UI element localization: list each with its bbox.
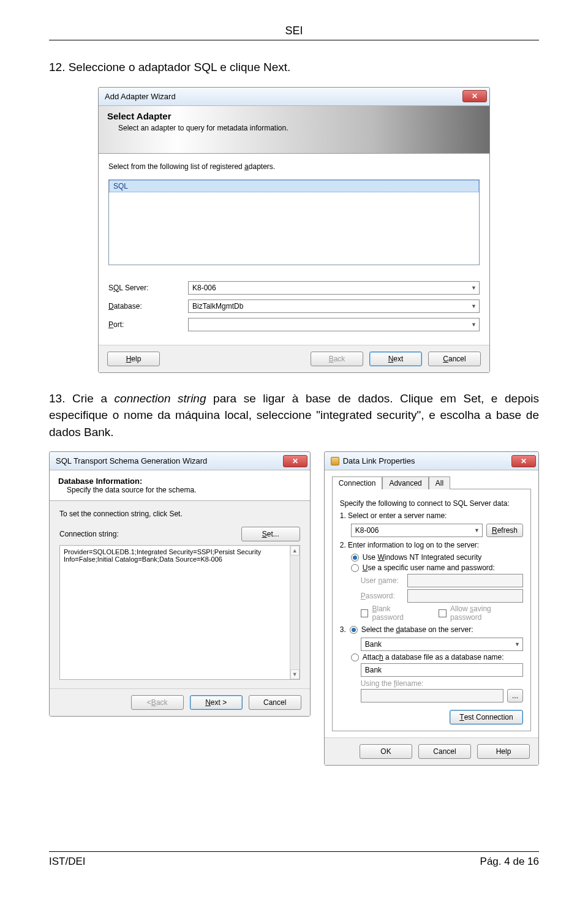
banner-subtitle: Specify the data source for the schema. bbox=[58, 486, 301, 494]
wizard-banner: Database Information: Specify the data s… bbox=[50, 470, 310, 501]
refresh-button[interactable]: Refresh bbox=[486, 524, 523, 537]
sql-transport-wizard-window: SQL Transport Schema Generation Wizard ✕… bbox=[49, 451, 311, 717]
chevron-down-icon: ▼ bbox=[471, 322, 477, 328]
back-button[interactable]: < Back bbox=[131, 695, 184, 710]
row-sql-server: SQL Server: K8-006 ▼ bbox=[108, 281, 480, 295]
window-title: Data Link Properties bbox=[343, 456, 415, 465]
banner-title: Database Information: bbox=[58, 476, 301, 486]
wizard-body: To set the connection string, click Set.… bbox=[50, 501, 310, 688]
chevron-down-icon: ▼ bbox=[514, 641, 520, 647]
tab-all[interactable]: All bbox=[429, 476, 450, 489]
titlebar[interactable]: Data Link Properties ✕ bbox=[325, 452, 538, 470]
close-icon: ✕ bbox=[472, 92, 478, 100]
wizard-button-row: Help Back Next Cancel bbox=[99, 345, 489, 372]
tab-panel-connection: Specify the following to connect to SQL … bbox=[332, 489, 531, 731]
page-footer: IST/DEI Pág. 4 de 16 bbox=[49, 856, 539, 868]
connection-string-value: Provider=SQLOLEDB.1;Integrated Security=… bbox=[64, 548, 296, 563]
adapter-item-sql[interactable]: SQL bbox=[109, 180, 479, 192]
radio-attach-db[interactable]: Attach a database file as a database nam… bbox=[351, 653, 523, 661]
radio-select-db[interactable] bbox=[350, 626, 358, 634]
cancel-button[interactable]: Cancel bbox=[418, 744, 471, 759]
tabstrip: Connection Advanced All bbox=[332, 476, 531, 489]
step-13-text: 13. Crie a connection string para se lig… bbox=[49, 390, 539, 441]
page-header: SEI bbox=[49, 24, 539, 37]
radio-icon bbox=[351, 564, 359, 572]
server-name-combo[interactable]: K8-006 ▼ bbox=[351, 524, 483, 537]
wizard-button-row: < Back Next > Cancel bbox=[50, 688, 310, 716]
back-button[interactable]: Back bbox=[311, 352, 363, 366]
test-connection-button[interactable]: Test Connection bbox=[450, 710, 523, 725]
close-icon: ✕ bbox=[292, 457, 298, 465]
label-password: Password: bbox=[361, 592, 404, 600]
radio-specific-user[interactable]: Use a specific user name and password: bbox=[351, 563, 523, 572]
add-adapter-wizard-window: Add Adapter Wizard ✕ Select Adapter Sele… bbox=[98, 87, 490, 373]
radio-icon bbox=[351, 554, 359, 562]
header-rule bbox=[49, 40, 539, 40]
titlebar[interactable]: SQL Transport Schema Generation Wizard ✕ bbox=[50, 452, 310, 470]
help-button[interactable]: Help bbox=[107, 352, 160, 366]
close-button[interactable]: ✕ bbox=[511, 455, 536, 467]
dialog-icon bbox=[331, 457, 339, 465]
wizard-body: Select from the following list of regist… bbox=[99, 154, 489, 345]
footer-left: IST/DEI bbox=[49, 856, 86, 868]
password-input bbox=[407, 589, 523, 603]
port-combo[interactable]: ▼ bbox=[188, 318, 480, 331]
username-input bbox=[407, 574, 523, 587]
scrollbar[interactable]: ▲ ▼ bbox=[290, 546, 300, 679]
footer-rule bbox=[49, 851, 539, 852]
cancel-button[interactable]: Cancel bbox=[249, 695, 301, 710]
label-username: User name: bbox=[361, 576, 404, 585]
data-link-properties-dialog: Data Link Properties ✕ Connection Advanc… bbox=[324, 451, 539, 766]
tab-connection[interactable]: Connection bbox=[332, 476, 383, 489]
row-port: Port: ▼ bbox=[108, 318, 480, 331]
set-button[interactable]: Set... bbox=[241, 527, 300, 541]
cancel-button[interactable]: Cancel bbox=[428, 352, 481, 366]
close-button[interactable]: ✕ bbox=[462, 90, 487, 102]
ok-button[interactable]: OK bbox=[360, 744, 412, 759]
database-value: Bank bbox=[365, 640, 382, 649]
label-sql-server: SQL Server: bbox=[108, 284, 188, 292]
chevron-down-icon: ▼ bbox=[474, 527, 480, 533]
chevron-down-icon: ▼ bbox=[471, 303, 477, 309]
help-button[interactable]: Help bbox=[477, 744, 530, 759]
chevron-down-icon: ▼ bbox=[471, 285, 477, 291]
sql-server-combo[interactable]: K8-006 ▼ bbox=[188, 281, 480, 295]
step-12-text: 12. Seleccione o adaptador SQL e clique … bbox=[49, 59, 539, 76]
dialog-intro: Specify the following to connect to SQL … bbox=[340, 499, 523, 508]
label-database: Database: bbox=[108, 302, 188, 311]
row-database: Database: BizTalkMgmtDb ▼ bbox=[108, 299, 480, 313]
set-prompt: To set the connection string, click Set. bbox=[59, 510, 300, 518]
adapters-list-label: Select from the following list of regist… bbox=[108, 162, 480, 171]
window-title: Add Adapter Wizard bbox=[105, 92, 176, 101]
label-connection-string: Connection string: bbox=[59, 530, 119, 538]
adapters-listbox[interactable]: SQL bbox=[108, 179, 480, 265]
filename-input bbox=[361, 689, 503, 702]
close-icon: ✕ bbox=[521, 457, 527, 465]
tab-advanced[interactable]: Advanced bbox=[382, 476, 428, 489]
database-value: BizTalkMgmtDb bbox=[192, 302, 243, 311]
label-port: Port: bbox=[108, 320, 188, 329]
step3-number: 3. bbox=[340, 625, 346, 634]
close-button[interactable]: ✕ bbox=[283, 455, 307, 467]
dialog-body: Connection Advanced All Specify the foll… bbox=[325, 470, 538, 737]
database-combo[interactable]: Bank ▼ bbox=[361, 638, 523, 651]
next-button[interactable]: Next bbox=[369, 352, 422, 366]
radio-icon bbox=[351, 653, 359, 661]
titlebar[interactable]: Add Adapter Wizard ✕ bbox=[99, 88, 489, 106]
label-filename: Using the filename: bbox=[361, 679, 523, 688]
scroll-down-icon[interactable]: ▼ bbox=[290, 669, 300, 679]
step1-label: 1. Select or enter a server name: bbox=[340, 511, 523, 520]
attach-db-name-input[interactable]: Bank bbox=[361, 663, 523, 677]
next-button[interactable]: Next > bbox=[190, 695, 243, 710]
browse-button[interactable]: ... bbox=[507, 689, 523, 702]
dialog-button-row: OK Cancel Help bbox=[325, 737, 538, 765]
database-combo[interactable]: BizTalkMgmtDb ▼ bbox=[188, 299, 480, 313]
scroll-up-icon[interactable]: ▲ bbox=[290, 546, 300, 555]
sql-server-value: K8-006 bbox=[192, 284, 216, 292]
connection-string-textarea[interactable]: Provider=SQLOLEDB.1;Integrated Security=… bbox=[59, 545, 300, 680]
footer-right: Pág. 4 de 16 bbox=[480, 856, 539, 868]
radio-nt-integrated[interactable]: Use Windows NT Integrated security bbox=[351, 553, 523, 562]
radio-select-db-label: Select the database on the server: bbox=[361, 625, 473, 634]
wizard-banner: Select Adapter Select an adapter to quer… bbox=[99, 106, 489, 154]
window-title: SQL Transport Schema Generation Wizard bbox=[56, 456, 207, 465]
